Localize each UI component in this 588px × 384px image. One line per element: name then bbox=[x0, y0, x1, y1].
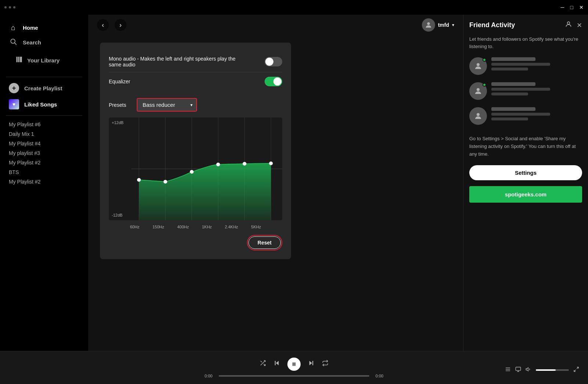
eq-point-3[interactable] bbox=[216, 163, 220, 166]
playlist-item-1[interactable]: Daily Mix 1 bbox=[9, 130, 79, 138]
pause-button[interactable] bbox=[287, 358, 301, 371]
reset-button[interactable]: Reset bbox=[248, 236, 281, 249]
friend-track-bar-0 bbox=[491, 63, 550, 66]
friend-avatar-1 bbox=[469, 82, 487, 100]
friend-name-bar-2 bbox=[491, 107, 535, 111]
settings-button[interactable]: Settings bbox=[469, 165, 582, 180]
previous-button[interactable] bbox=[273, 360, 280, 368]
panel-title: Friend Activity bbox=[469, 21, 515, 29]
menu-dot-1 bbox=[4, 6, 7, 8]
equalizer-toggle[interactable] bbox=[265, 77, 282, 86]
titlebar-menu[interactable] bbox=[4, 6, 15, 8]
user-menu[interactable]: tmfd ▾ bbox=[422, 18, 454, 32]
svg-point-14 bbox=[477, 63, 480, 66]
sidebar-item-library[interactable]: Your Library bbox=[12, 53, 76, 68]
svg-marker-21 bbox=[309, 361, 312, 365]
playlist-item-0[interactable]: My Playlist #6 bbox=[9, 120, 79, 129]
panel-close-icon[interactable]: ✕ bbox=[577, 21, 582, 29]
sidebar-divider-1 bbox=[6, 77, 82, 77]
reset-row: Reset bbox=[109, 235, 282, 250]
eq-fill bbox=[139, 163, 271, 220]
forward-button[interactable]: › bbox=[115, 19, 126, 31]
svg-rect-20 bbox=[294, 362, 295, 366]
friend-item-0 bbox=[469, 57, 582, 75]
friend-track-bar-2 bbox=[491, 113, 550, 116]
svg-point-13 bbox=[567, 22, 570, 24]
eq-point-4[interactable] bbox=[243, 162, 246, 166]
eq-x-label-3: 1KHz bbox=[202, 225, 212, 229]
chevron-down-icon: ▾ bbox=[452, 22, 454, 28]
mono-audio-toggle[interactable] bbox=[265, 57, 282, 66]
maximize-button[interactable]: □ bbox=[570, 4, 573, 10]
friend-activity-person-icon[interactable] bbox=[565, 21, 572, 30]
playlist-item-5[interactable]: BTS bbox=[9, 168, 79, 177]
playlist-item-6[interactable]: My Playlist #2 bbox=[9, 177, 79, 186]
eq-chart: +12dB -12dB bbox=[109, 117, 282, 220]
friend-track-bar-1 bbox=[491, 88, 550, 91]
progress-bar[interactable] bbox=[219, 375, 369, 377]
svg-rect-22 bbox=[312, 361, 313, 365]
nav-arrows: ‹ › bbox=[97, 19, 126, 31]
eq-point-1[interactable] bbox=[164, 180, 167, 184]
repeat-button[interactable] bbox=[322, 360, 329, 368]
equalizer-label: Equalizer bbox=[109, 79, 130, 84]
friend-item-2 bbox=[469, 107, 582, 125]
next-button[interactable] bbox=[308, 360, 315, 368]
username-label: tmfd bbox=[438, 22, 449, 28]
shuffle-button[interactable] bbox=[259, 360, 266, 368]
svg-point-16 bbox=[477, 113, 480, 116]
eq-svg bbox=[109, 117, 282, 220]
mono-audio-row: Mono audio - Makes the left and right sp… bbox=[109, 51, 282, 72]
volume-bar[interactable] bbox=[536, 369, 569, 371]
svg-line-1 bbox=[15, 43, 17, 45]
top-nav: ‹ › tmfd ▾ bbox=[88, 15, 463, 35]
playlist-item-2[interactable]: My Playlist #4 bbox=[9, 139, 79, 148]
volume-icon[interactable] bbox=[526, 366, 531, 374]
panel-header-icons: ✕ bbox=[565, 21, 582, 30]
main-container: ⌂ Home Search Your Library + bbox=[0, 15, 588, 351]
reset-button-wrapper: Reset bbox=[247, 235, 282, 250]
sidebar-item-home-label: Home bbox=[23, 25, 38, 31]
sidebar-divider-2 bbox=[6, 115, 82, 116]
add-icon: + bbox=[9, 83, 19, 93]
toggle-thumb bbox=[265, 58, 273, 66]
eq-x-label-1: 150Hz bbox=[153, 225, 164, 229]
eq-point-0[interactable] bbox=[137, 178, 141, 182]
toggle-thumb-eq bbox=[273, 77, 282, 86]
liked-songs-label: Liked Songs bbox=[24, 101, 57, 108]
back-button[interactable]: ‹ bbox=[97, 19, 109, 31]
share-activity-text: Go to Settings > Social and enable 'Shar… bbox=[469, 135, 582, 158]
playlist-item-3[interactable]: My playlist #3 bbox=[9, 149, 79, 157]
friend-activity-description: Let friends and followers on Spotify see… bbox=[469, 36, 582, 50]
menu-dot-2 bbox=[9, 6, 11, 8]
friend-info-2 bbox=[491, 107, 582, 120]
eq-point-2[interactable] bbox=[190, 170, 194, 174]
sidebar-item-search[interactable]: Search bbox=[6, 35, 82, 50]
friend-album-bar-0 bbox=[491, 68, 528, 70]
devices-icon[interactable] bbox=[515, 366, 521, 374]
sidebar-item-library-label: Your Library bbox=[27, 57, 60, 64]
queue-icon[interactable] bbox=[505, 366, 511, 374]
expand-icon[interactable] bbox=[573, 366, 579, 374]
presets-select-wrapper: Bass reducer Normal Bass booster Loud Sp… bbox=[137, 98, 197, 112]
svg-rect-19 bbox=[293, 362, 294, 366]
sidebar-item-home[interactable]: ⌂ Home bbox=[6, 21, 82, 35]
minimize-button[interactable]: ─ bbox=[561, 4, 564, 10]
spotigeeks-button[interactable]: spotigeeks.com bbox=[469, 186, 582, 203]
presets-label: Presets bbox=[109, 102, 131, 108]
eq-x-label-5: 5KHz bbox=[251, 225, 261, 229]
close-button[interactable]: ✕ bbox=[579, 4, 584, 10]
liked-songs-icon: ♥ bbox=[9, 99, 19, 109]
friend-activity-panel: Friend Activity ✕ Let friends and follow… bbox=[463, 15, 588, 351]
presets-select[interactable]: Bass reducer Normal Bass booster Loud Sp… bbox=[137, 99, 196, 111]
playlist-list: My Playlist #6 Daily Mix 1 My Playlist #… bbox=[0, 119, 88, 188]
eq-point-5[interactable] bbox=[269, 162, 273, 165]
create-playlist-button[interactable]: + Create Playlist bbox=[0, 80, 88, 96]
liked-songs-button[interactable]: ♥ Liked Songs bbox=[0, 96, 88, 112]
playlist-item-4[interactable]: My Playlist #2 bbox=[9, 158, 79, 167]
friend-name-bar-1 bbox=[491, 82, 535, 86]
mono-audio-label: Mono audio - Makes the left and right sp… bbox=[109, 56, 241, 68]
player-right-controls bbox=[505, 366, 579, 374]
search-icon bbox=[9, 38, 18, 47]
svg-rect-2 bbox=[17, 57, 18, 62]
